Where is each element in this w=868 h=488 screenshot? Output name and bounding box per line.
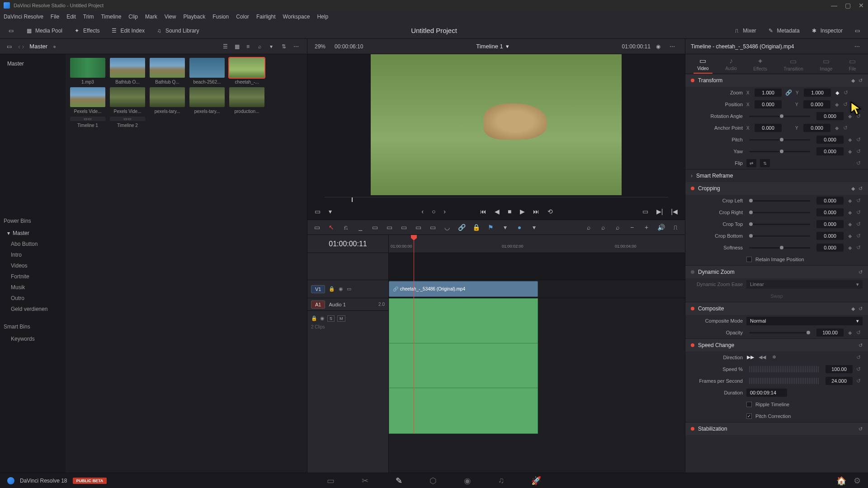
media-thumb[interactable]: production...: [228, 87, 265, 114]
fairlight-page-icon[interactable]: ♫: [498, 476, 505, 486]
media-thumb[interactable]: cheetah_-...: [228, 58, 265, 84]
prev-edit-icon[interactable]: ‹: [421, 208, 424, 215]
fps-input[interactable]: 24.000: [826, 377, 853, 385]
solo-button[interactable]: S: [327, 315, 335, 322]
edit-index-button[interactable]: ☰ Edit Index: [111, 27, 145, 34]
metadata-button[interactable]: ✎ Metadata: [767, 27, 800, 34]
reset-icon[interactable]: ↺: [859, 186, 863, 192]
crop-right-keyframe[interactable]: ◆: [847, 210, 853, 216]
menu-fairlight[interactable]: Fairlight: [256, 14, 276, 20]
media-thumb[interactable]: ▭▭Timeline 2: [109, 117, 146, 128]
link-icon[interactable]: 🔗: [785, 89, 792, 96]
chevron-down-icon[interactable]: ▾: [530, 224, 538, 231]
position-keyframe[interactable]: ◆: [834, 102, 840, 108]
pitch-keyframe[interactable]: ◆: [847, 137, 853, 143]
section-enable-dot[interactable]: [691, 427, 694, 431]
rotation-slider[interactable]: [749, 116, 810, 117]
anchor-reset[interactable]: ↺: [843, 125, 849, 131]
overwrite-icon[interactable]: ▭: [385, 224, 393, 231]
menu-timeline[interactable]: Timeline: [101, 14, 121, 20]
crop-right-input[interactable]: 0.000: [816, 208, 844, 216]
crop-bottom-keyframe[interactable]: ◆: [847, 233, 853, 239]
more-icon[interactable]: ⋯: [293, 43, 302, 50]
bin-videos[interactable]: Videos: [0, 260, 66, 271]
window-minimize[interactable]: —: [831, 2, 837, 9]
yaw-slider[interactable]: [749, 151, 810, 152]
bin-abo[interactable]: Abo Button: [0, 239, 66, 249]
rotation-keyframe[interactable]: ◆: [847, 113, 853, 119]
media-thumb[interactable]: Pexels Vide...: [69, 87, 106, 114]
slider-thumb[interactable]: [749, 211, 753, 214]
position-reset[interactable]: ↺: [843, 101, 849, 108]
pos-y-input[interactable]: 0.000: [803, 100, 830, 108]
home-icon[interactable]: 🏠: [836, 476, 846, 486]
direction-reverse[interactable]: ◀◀: [758, 354, 766, 361]
sort-icon[interactable]: ⇅: [282, 43, 290, 50]
thumb-image[interactable]: ▭▭: [110, 117, 145, 121]
tl-options-icon[interactable]: ⎍: [671, 224, 679, 231]
thumb-image[interactable]: ▭▭: [70, 117, 105, 121]
media-thumb[interactable]: Pexels Vide...: [109, 87, 146, 114]
pitch-reset[interactable]: ↺: [856, 136, 863, 143]
reset-icon[interactable]: ↺: [859, 269, 863, 275]
power-bins-master[interactable]: ▾Master: [0, 228, 66, 239]
replace-icon[interactable]: ▭: [400, 224, 408, 231]
slider-thumb[interactable]: [780, 114, 783, 118]
fps-bar[interactable]: [749, 378, 819, 384]
effects-button[interactable]: ✦ Effects: [73, 27, 99, 34]
direction-reset[interactable]: ↺: [856, 354, 863, 361]
menu-workspace[interactable]: Workspace: [283, 14, 310, 20]
slider-thumb[interactable]: [780, 246, 783, 249]
chevron-down-icon[interactable]: ▾: [329, 208, 332, 215]
slider-thumb[interactable]: [780, 150, 783, 153]
menu-fusion[interactable]: Fusion: [212, 14, 229, 20]
marker-icon[interactable]: ●: [515, 224, 524, 231]
media-thumb[interactable]: 1.mp3: [69, 58, 106, 84]
softness-input[interactable]: 0.000: [816, 244, 844, 252]
retain-position-checkbox[interactable]: [746, 257, 752, 262]
thumb-image[interactable]: [229, 87, 264, 107]
timeline-ruler[interactable]: 01:00:00:00 01:00:02:00 01:00:04:00: [389, 235, 685, 253]
strip-view-icon[interactable]: ≡: [246, 43, 255, 50]
keyframe-icon[interactable]: ◆: [851, 78, 855, 84]
softness-slider[interactable]: [749, 247, 810, 249]
section-enable-dot[interactable]: [691, 270, 694, 274]
viewer-more-icon[interactable]: ⋯: [670, 43, 678, 50]
tab-transition[interactable]: ▭Transition: [780, 55, 807, 73]
slider-thumb[interactable]: [749, 199, 753, 202]
prev-frame-icon[interactable]: ◀: [495, 208, 500, 215]
menu-trim[interactable]: Trim: [83, 14, 94, 20]
lock-icon[interactable]: 🔒: [472, 224, 480, 231]
a1-label[interactable]: A1: [311, 300, 325, 309]
cropping-header[interactable]: Cropping ◆ ↺: [685, 182, 868, 195]
keyframe-icon[interactable]: ◆: [851, 306, 855, 312]
yaw-input[interactable]: 0.000: [816, 147, 844, 155]
composite-mode-select[interactable]: Normal▾: [746, 317, 863, 325]
sound-library-button[interactable]: ♫ Sound Library: [156, 27, 199, 34]
crop-top-slider[interactable]: [749, 224, 810, 225]
crop-left-keyframe[interactable]: ◆: [847, 198, 853, 204]
bin-intro[interactable]: Intro: [0, 249, 66, 260]
thumb-view-icon[interactable]: ▦: [235, 43, 243, 50]
thumb-image[interactable]: [229, 58, 264, 78]
opacity-input[interactable]: 100.00: [816, 328, 844, 337]
tab-audio[interactable]: ♪Audio: [722, 55, 741, 73]
thumb-image[interactable]: [189, 58, 225, 78]
flip-v-button[interactable]: ⇅: [760, 159, 770, 167]
crop-left-input[interactable]: 0.000: [816, 197, 844, 205]
opacity-slider[interactable]: [749, 332, 810, 333]
lock-icon[interactable]: 🔒: [329, 286, 335, 292]
ripple-checkbox[interactable]: [746, 402, 752, 407]
expand-icon[interactable]: ▭: [854, 27, 861, 34]
speed-reset[interactable]: ↺: [856, 366, 863, 372]
composite-header[interactable]: Composite ◆ ↺: [685, 302, 868, 315]
v1-header[interactable]: V1 🔒 ◉ ▭: [307, 280, 388, 298]
anchor-y-input[interactable]: 0.000: [803, 124, 830, 132]
menu-davinci[interactable]: DaVinci Resolve: [4, 14, 43, 20]
playhead-line[interactable]: [414, 235, 414, 434]
link-icon[interactable]: 🔗: [458, 224, 466, 231]
viewer-scrubber[interactable]: [325, 197, 668, 203]
mixer-button[interactable]: ⎍ Mixer: [733, 27, 756, 34]
enable-icon[interactable]: ◉: [320, 315, 325, 322]
a1-header[interactable]: A1 Audio 1 2.0: [307, 298, 388, 311]
